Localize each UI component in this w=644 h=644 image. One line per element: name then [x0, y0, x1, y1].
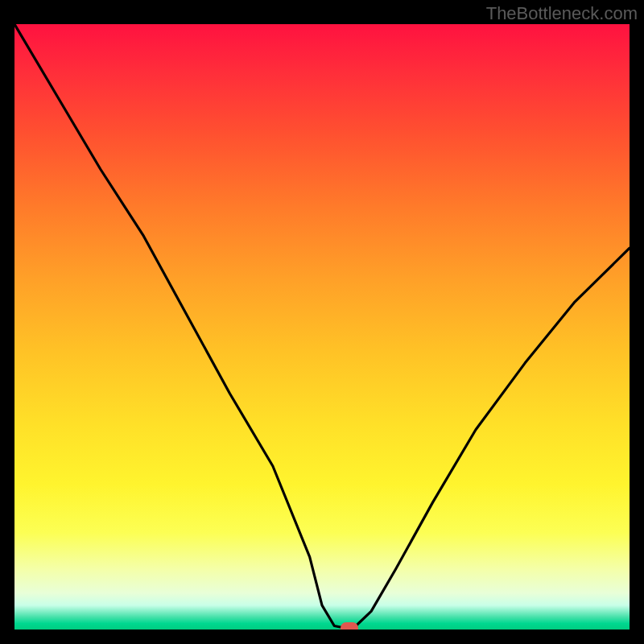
chart-plot-area: [14, 24, 630, 630]
watermark-text: TheBottleneck.com: [486, 3, 638, 24]
minimum-marker: [341, 622, 358, 630]
curve-line: [14, 24, 630, 630]
